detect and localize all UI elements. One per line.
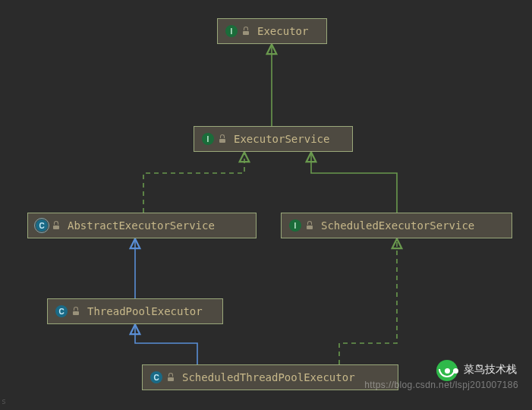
node-scheduled-executor-service[interactable]: I ScheduledExecutorService — [281, 213, 512, 238]
watermark-brand: 菜鸟技术栈 — [464, 363, 517, 377]
relationship-lines — [0, 0, 532, 410]
corner-mark: s — [2, 397, 6, 405]
node-executor[interactable]: I Executor — [217, 18, 327, 44]
interface-icon: I — [289, 219, 301, 232]
class-icon: C — [150, 371, 162, 383]
class-icon: C — [55, 305, 68, 317]
watermark-url: https://blog.csdn.net/lspj201007186 — [364, 380, 518, 390]
abstract-class-icon: C — [36, 219, 48, 232]
lock-icon — [242, 27, 250, 35]
node-label: ExecutorService — [234, 133, 329, 145]
interface-icon: I — [202, 133, 214, 145]
lock-icon — [306, 222, 313, 229]
interface-icon: I — [225, 25, 238, 37]
node-thread-pool-executor[interactable]: C ThreadPoolExecutor — [47, 298, 223, 324]
node-scheduled-thread-pool-executor[interactable]: C ScheduledThreadPoolExecutor — [142, 364, 398, 390]
lock-icon — [72, 308, 80, 315]
lock-icon — [167, 374, 175, 381]
node-abstract-executor-service[interactable]: C AbstractExecutorService — [27, 213, 257, 238]
node-label: Executor — [257, 25, 308, 37]
lock-icon — [219, 135, 226, 143]
node-label: ScheduledThreadPoolExecutor — [182, 371, 355, 383]
wechat-icon — [436, 360, 458, 381]
node-label: ThreadPoolExecutor — [87, 305, 203, 317]
class-hierarchy-diagram: I Executor I ExecutorService C AbstractE… — [0, 0, 532, 410]
node-executor-service[interactable]: I ExecutorService — [194, 126, 353, 152]
lock-icon — [52, 222, 60, 229]
node-label: ScheduledExecutorService — [321, 219, 474, 232]
node-label: AbstractExecutorService — [68, 219, 215, 232]
